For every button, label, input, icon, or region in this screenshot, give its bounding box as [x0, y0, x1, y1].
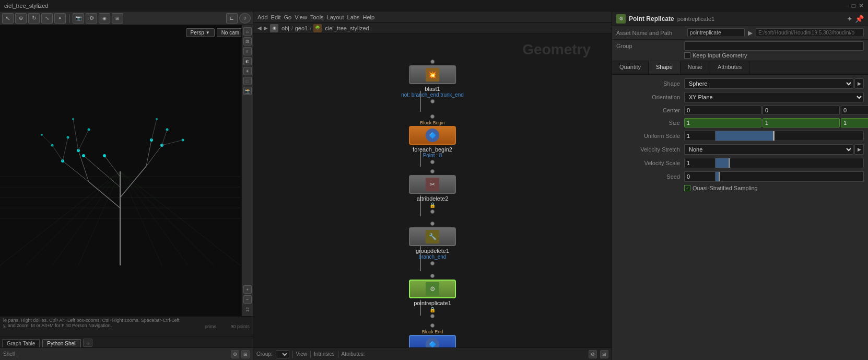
- velocity-stretch-arrow[interactable]: ▶: [854, 144, 864, 155]
- tab-quantity[interactable]: Quantity: [612, 61, 649, 74]
- center-y-input[interactable]: [763, 106, 840, 115]
- help-btn[interactable]: ?: [239, 13, 251, 24]
- svg-line-42: [151, 119, 157, 140]
- view-shading-btn[interactable]: ◐: [243, 57, 252, 65]
- quasi-checkbox[interactable]: ✓: [684, 185, 690, 191]
- viewport-area[interactable]: Persp ▼ No cam ▼ ⌂ ⊡ # ◐ ☀ ⬚ 📸 + −: [0, 25, 253, 316]
- filter-settings-btn[interactable]: ⚙: [231, 350, 239, 358]
- render-btn[interactable]: ◉: [99, 13, 110, 24]
- menu-view[interactable]: View: [295, 14, 307, 20]
- size-y-input[interactable]: [763, 118, 840, 127]
- rotate-tool[interactable]: ↻: [28, 13, 40, 24]
- ng-expand-btn[interactable]: ⊞: [600, 350, 608, 358]
- ng-group-select[interactable]: [276, 350, 289, 358]
- node-pr1-box[interactable]: ⚙: [409, 280, 456, 298]
- select-tool[interactable]: ↖: [2, 13, 14, 24]
- layout-btn[interactable]: ⊞: [112, 13, 123, 24]
- ng-sep1: [292, 351, 293, 358]
- display-options[interactable]: ⚙: [86, 13, 97, 24]
- menu-layout[interactable]: Layout: [327, 14, 344, 20]
- view-home-btn[interactable]: ⌂: [243, 27, 252, 36]
- breadcrumb-nav-fwd[interactable]: ▶: [264, 25, 268, 31]
- breadcrumb-geo1[interactable]: geo1: [295, 25, 308, 31]
- menu-labs[interactable]: Labs: [347, 14, 360, 20]
- menu-go[interactable]: Go: [284, 14, 292, 20]
- node-grpd1-box[interactable]: 🔧: [409, 227, 456, 246]
- tab-python-shell[interactable]: Python Shell: [42, 339, 81, 347]
- shape-dropdown[interactable]: Sphere: [684, 78, 853, 89]
- node-graph-area[interactable]: Geometry 💥 blast1 not: branch_end trunk_…: [253, 33, 612, 347]
- view-snapshot-btn[interactable]: 📸: [243, 87, 252, 95]
- node-begin2-box[interactable]: 🔷: [409, 126, 456, 145]
- view-bg-btn[interactable]: ⬚: [243, 77, 252, 85]
- velocity-stretch-dropdown[interactable]: None: [684, 144, 853, 155]
- keep-checkbox[interactable]: [684, 52, 690, 59]
- node-attribdelete2[interactable]: ✂ attribdelete2 🔒: [409, 169, 456, 214]
- breadcrumb-nav-back[interactable]: ◀: [257, 25, 262, 31]
- snap-btn[interactable]: ⊏: [226, 13, 238, 24]
- shape-arrow-btn[interactable]: ▶: [854, 78, 864, 89]
- node-foreach-begin2[interactable]: Block Begin 🔷 foreach_begin2 Point : 8: [409, 114, 456, 164]
- group-input[interactable]: [684, 41, 864, 51]
- props-star-icon[interactable]: ✦: [847, 15, 853, 23]
- velocity-scale-slider[interactable]: [715, 158, 864, 168]
- tab-graph-table[interactable]: Graph Table: [2, 339, 40, 347]
- node-blast1-box[interactable]: 💥: [409, 65, 456, 84]
- menu-add[interactable]: Add: [257, 14, 268, 20]
- breadcrumb-tree[interactable]: ciel_tree_stylized: [325, 25, 369, 31]
- menu-tools[interactable]: Tools: [310, 14, 324, 20]
- zoom-level: 12: [245, 307, 250, 312]
- asset-name-input[interactable]: [687, 28, 745, 37]
- view-zoom-out-btn[interactable]: −: [243, 295, 252, 304]
- quasi-label: Quasi-Stratified Sampling: [693, 185, 758, 191]
- ng-settings-btn[interactable]: ⚙: [589, 350, 597, 358]
- view-light-btn[interactable]: ☀: [243, 67, 252, 75]
- title-bar: ciel_tree_stylized ─ □ ✕: [0, 0, 868, 11]
- minimize-icon[interactable]: ─: [844, 2, 849, 9]
- center-x-input[interactable]: [684, 106, 761, 115]
- center-z-input[interactable]: [841, 106, 868, 115]
- view-zoom-in-btn[interactable]: +: [243, 285, 252, 294]
- size-z-input[interactable]: [841, 118, 868, 127]
- view-grid-btn[interactable]: #: [243, 47, 252, 55]
- velocity-scale-field: [684, 158, 864, 168]
- menu-help[interactable]: Help: [362, 14, 374, 20]
- svg-point-27: [103, 154, 106, 157]
- close-icon[interactable]: ✕: [859, 2, 864, 9]
- velocity-stretch-field: None ▶: [684, 144, 864, 155]
- transform-tool[interactable]: ✦: [54, 13, 66, 24]
- maximize-icon[interactable]: □: [852, 2, 855, 9]
- node-groupdelete1[interactable]: 🔧 groupdelete1 branch_end: [409, 222, 456, 265]
- camera-tool[interactable]: 📷: [73, 13, 84, 24]
- seed-label: Seed: [616, 173, 684, 180]
- view-fit-btn[interactable]: ⊡: [243, 37, 252, 45]
- menu-edit[interactable]: Edit: [271, 14, 281, 20]
- tab-add-btn[interactable]: +: [83, 339, 92, 347]
- uniform-scale-slider[interactable]: [715, 131, 864, 141]
- tab-shape[interactable]: Shape: [649, 61, 681, 74]
- persp-dropdown[interactable]: Persp ▼: [186, 28, 215, 37]
- velocity-scale-label: Velocity Scale: [616, 160, 684, 166]
- geometry-watermark: Geometry: [522, 41, 591, 58]
- filter-expand-btn[interactable]: ⊞: [241, 350, 250, 358]
- props-pin-icon[interactable]: 📌: [855, 15, 864, 23]
- node-blast1[interactable]: 💥 blast1 not: branch_end trunk_end: [401, 60, 464, 103]
- prims-label: prims: [205, 324, 216, 329]
- tab-noise[interactable]: Noise: [681, 61, 710, 74]
- node-begin2-sublabel: Point : 8: [423, 153, 442, 158]
- breadcrumb-obj[interactable]: obj: [281, 25, 289, 31]
- uniform-scale-input[interactable]: [684, 131, 715, 141]
- scale-tool[interactable]: ⤡: [41, 13, 53, 24]
- asset-path-input[interactable]: [756, 28, 864, 37]
- seed-slider[interactable]: [715, 171, 864, 182]
- node-end2-box[interactable]: 🔷: [409, 335, 456, 347]
- node-foreach-end2[interactable]: Block End 🔷 foreach_end2 Merge : 9: [409, 323, 456, 347]
- tab-attributes[interactable]: Attributes: [710, 61, 749, 74]
- orientation-dropdown[interactable]: XY Plane: [684, 92, 864, 102]
- move-tool[interactable]: ⊕: [15, 13, 27, 24]
- velocity-scale-input[interactable]: [684, 158, 715, 168]
- size-x-input[interactable]: [684, 118, 761, 127]
- node-attrib2-box[interactable]: ✂: [409, 175, 456, 194]
- seed-input[interactable]: [684, 171, 715, 182]
- node-pointreplicate1[interactable]: ⚙ pointreplicate1 🔒: [409, 274, 456, 318]
